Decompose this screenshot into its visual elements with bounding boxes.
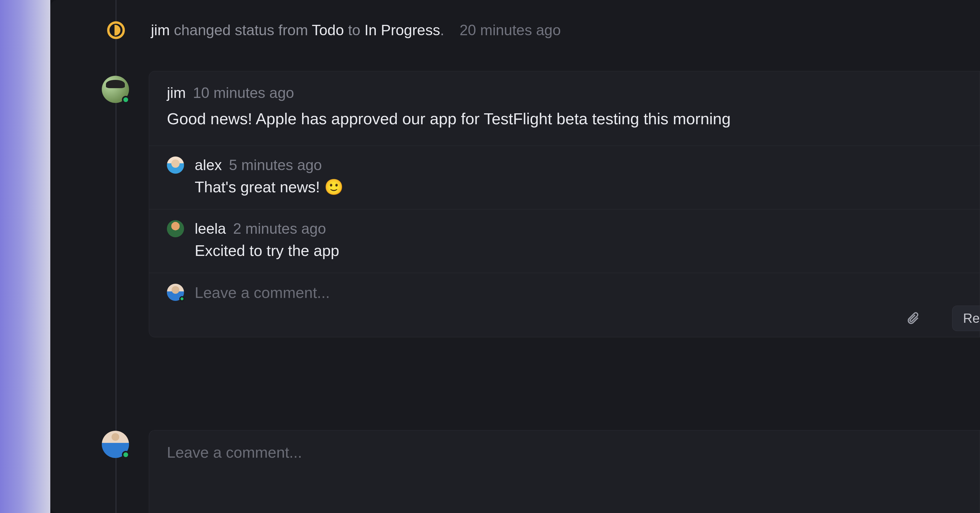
reply-author[interactable]: leela xyxy=(195,220,226,237)
reply-time: 2 minutes ago xyxy=(233,220,326,237)
presence-online-icon xyxy=(179,296,185,302)
reply-input-row: Leave a comment... Re xyxy=(149,273,980,337)
status-from: Todo xyxy=(312,22,344,38)
window-gradient-edge xyxy=(0,0,50,513)
avatar[interactable] xyxy=(102,431,129,458)
status-change-text: jim changed status from Todo to In Progr… xyxy=(151,22,444,39)
reply-body: Excited to try the app xyxy=(195,240,962,261)
attach-button[interactable] xyxy=(902,307,923,329)
comment-author-avatar[interactable] xyxy=(102,76,129,103)
status-change-event: jim changed status from Todo to In Progr… xyxy=(105,21,980,39)
reply-button[interactable]: Re xyxy=(952,306,980,331)
status-to: In Progress xyxy=(364,22,440,38)
reply-author[interactable]: alex xyxy=(195,157,222,174)
avatar[interactable] xyxy=(167,220,184,237)
comment-body: Good news! Apple has approved our app fo… xyxy=(167,108,962,130)
issue-panel: jim changed status from Todo to In Progr… xyxy=(50,0,980,513)
comment-time: 10 minutes ago xyxy=(193,84,294,102)
avatar[interactable] xyxy=(102,76,129,103)
presence-online-icon xyxy=(122,96,130,103)
reply-body: That's great news! 🙂 xyxy=(195,176,962,197)
comment-author[interactable]: jim xyxy=(167,84,186,102)
new-comment-input[interactable]: Leave a comment... xyxy=(167,443,962,461)
reply-time: 5 minutes ago xyxy=(229,157,322,174)
status-in-progress-icon xyxy=(107,21,125,39)
status-change-user: jim xyxy=(151,22,170,38)
comment-reply[interactable]: leela 2 minutes ago Excited to try the a… xyxy=(149,210,980,273)
status-change-time: 20 minutes ago xyxy=(460,22,561,39)
presence-online-icon xyxy=(122,451,130,459)
comment-reply[interactable]: alex 5 minutes ago That's great news! 🙂 xyxy=(149,146,980,210)
avatar[interactable] xyxy=(167,284,184,301)
new-comment-author-avatar[interactable] xyxy=(102,431,129,458)
new-comment-panel: Leave a comment... xyxy=(149,430,980,513)
paperclip-icon xyxy=(906,311,920,325)
avatar[interactable] xyxy=(167,157,184,174)
reply-input[interactable]: Leave a comment... xyxy=(195,284,330,302)
comment-main[interactable]: jim 10 minutes ago Good news! Apple has … xyxy=(149,71,980,146)
comment-card: jim 10 minutes ago Good news! Apple has … xyxy=(149,71,980,337)
